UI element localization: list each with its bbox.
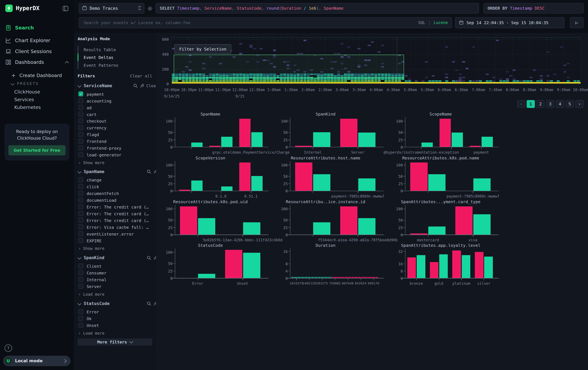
checkbox-unchecked[interactable] [78, 204, 83, 209]
sidebar-item-client-sessions[interactable]: Client Sessions [5, 49, 68, 54]
filter-option-label[interactable]: Server [87, 284, 102, 289]
filter-option-label[interactable]: Error: Visa cache full: … [87, 225, 149, 230]
filter-option-label[interactable]: documentFetch [87, 191, 119, 196]
filter-option-label[interactable]: payment [87, 92, 104, 97]
create-dashboard-button[interactable]: + Create Dashboard [11, 72, 62, 79]
filter-option-label[interactable]: cart [87, 112, 97, 117]
checkbox-unchecked[interactable] [78, 139, 83, 143]
checkbox-unchecked[interactable] [78, 112, 83, 117]
chevron-down-icon[interactable] [77, 170, 81, 173]
source-select[interactable]: Demo Traces [79, 3, 144, 13]
filter-show-more-link[interactable]: › Show more [78, 160, 105, 165]
filter-show-more-link[interactable]: › Show more [78, 246, 105, 251]
checkbox-unchecked[interactable] [78, 238, 83, 243]
filter-option-label[interactable]: frontend-proxy [87, 146, 121, 150]
filter-option-label[interactable]: frontend [87, 139, 106, 144]
more-filters-button[interactable]: More filters [78, 339, 152, 346]
analysis-mode-option-event-patterns[interactable]: Event Patterns [84, 63, 118, 68]
clear-all-button[interactable]: Clear all [130, 73, 152, 78]
get-started-button[interactable]: Get Started for Free [8, 145, 66, 155]
filter-option-label[interactable]: load-generator [87, 152, 121, 157]
filter-by-selection-button[interactable]: Filter by Selection [174, 44, 231, 54]
filter-option-label[interactable]: Client [87, 264, 102, 269]
lang-sql[interactable]: SQL [418, 20, 425, 25]
pin-icon[interactable] [140, 83, 144, 89]
sidebar-item-chart-explorer[interactable]: Chart Explorer [5, 38, 68, 43]
analysis-mode-option-event-deltas[interactable]: Event Deltas [84, 55, 113, 60]
pagination-next[interactable]: › [575, 100, 584, 108]
filter-option-label[interactable]: click [87, 184, 99, 189]
filter-option-label[interactable]: Error [87, 310, 99, 314]
checkbox-checked[interactable]: ✓ [78, 91, 83, 96]
sidebar-item-search[interactable]: Search [5, 25, 68, 31]
checkbox-unchecked[interactable] [78, 177, 83, 182]
checkbox-unchecked[interactable] [78, 198, 83, 202]
filter-option-label[interactable]: Internal [87, 277, 106, 282]
sql-select-input[interactable]: SELECT Timestamp, ServiceName, StatusCod… [156, 3, 479, 13]
pagination-page-1[interactable]: 1 [527, 100, 535, 108]
filter-option-label[interactable]: Unset [87, 323, 99, 328]
filter-option-label[interactable]: Consumer [87, 270, 106, 275]
checkbox-unchecked[interactable] [78, 231, 83, 236]
filter-load-more-link[interactable]: › Load more [78, 331, 105, 336]
filter-load-more-link[interactable]: › Load more [78, 292, 105, 297]
checkbox-unchecked[interactable] [78, 284, 83, 289]
filter-option-label[interactable]: EXPIRE [87, 238, 102, 243]
local-mode-pill[interactable]: U Local mode [3, 356, 71, 366]
pagination-page-2[interactable]: 2 [536, 100, 545, 108]
checkbox-unchecked[interactable] [78, 118, 83, 123]
filter-option-label[interactable]: eventListener.error [87, 232, 134, 237]
search-icon[interactable] [147, 256, 151, 261]
filter-option-label[interactable]: Ok [87, 316, 92, 321]
sidebar-preset-clickhouse[interactable]: ClickHouse [14, 89, 40, 95]
checkbox-unchecked[interactable] [78, 211, 83, 216]
search-input[interactable] [83, 20, 415, 26]
date-range-picker[interactable]: Sep 14 22:04:35 - Sep 15 10:04:35 [455, 17, 565, 28]
events-heatmap[interactable]: Filter by Selection [172, 38, 581, 84]
pagination-prev[interactable]: ‹ [517, 100, 525, 108]
checkbox-unchecked[interactable] [78, 125, 83, 130]
order-by-input[interactable]: ORDER BY Timestamp DESC [483, 3, 584, 13]
checkbox-unchecked[interactable] [78, 263, 83, 268]
filter-option-label[interactable]: ad [87, 105, 92, 110]
sidebar-preset-services[interactable]: Services [14, 97, 34, 102]
help-button[interactable]: ? [4, 344, 12, 352]
checkbox-unchecked[interactable] [78, 218, 83, 222]
sidebar-item-dashboards[interactable]: Dashboards [5, 59, 68, 65]
checkbox-unchecked[interactable] [78, 132, 83, 137]
checkbox-unchecked[interactable] [78, 184, 83, 189]
checkbox-unchecked[interactable] [78, 224, 83, 229]
analysis-mode-option-results-table[interactable]: Results Table [84, 47, 116, 52]
checkbox-unchecked[interactable] [78, 309, 83, 314]
sidebar-preset-kubernetes[interactable]: Kubernetes [14, 105, 41, 110]
checkbox-unchecked[interactable] [78, 323, 83, 328]
filter-option-label[interactable]: Error: The credit card (… [87, 211, 149, 216]
search-icon[interactable] [147, 301, 151, 307]
filter-option-label[interactable]: documentLoad [87, 198, 116, 203]
checkbox-unchecked[interactable] [78, 98, 83, 103]
filter-option-label[interactable]: currency [87, 125, 106, 130]
pagination-page-4[interactable]: 4 [556, 100, 564, 108]
search-icon[interactable] [133, 83, 138, 89]
heatmap-selection[interactable] [174, 55, 404, 78]
lang-lucene[interactable]: Lucene [434, 20, 448, 25]
search-icon[interactable] [147, 170, 151, 175]
gear-icon[interactable] [147, 6, 153, 13]
filter-option-label[interactable]: flagd [87, 132, 99, 137]
filter-option-label[interactable]: Error: The credit card (… [87, 218, 149, 223]
pagination-page-5[interactable]: 5 [566, 100, 574, 108]
chevron-down-icon[interactable] [77, 301, 81, 305]
checkbox-unchecked[interactable] [78, 191, 83, 196]
checkbox-unchecked[interactable] [78, 316, 83, 321]
checkbox-unchecked[interactable] [78, 152, 83, 157]
checkbox-unchecked[interactable] [78, 277, 83, 282]
chevron-down-icon[interactable] [77, 256, 81, 260]
filter-option-label[interactable]: change [87, 178, 102, 182]
filter-option-label[interactable]: Error: The credit card (… [87, 205, 149, 210]
chevron-down-icon[interactable] [77, 84, 81, 88]
presets-toggle[interactable]: PRESETS [11, 81, 39, 86]
checkbox-unchecked[interactable] [78, 270, 83, 275]
filter-option-label[interactable]: checkout [87, 119, 106, 124]
run-query-button[interactable]: ▷ [570, 17, 584, 28]
sidebar-collapse-icon[interactable] [62, 5, 69, 13]
